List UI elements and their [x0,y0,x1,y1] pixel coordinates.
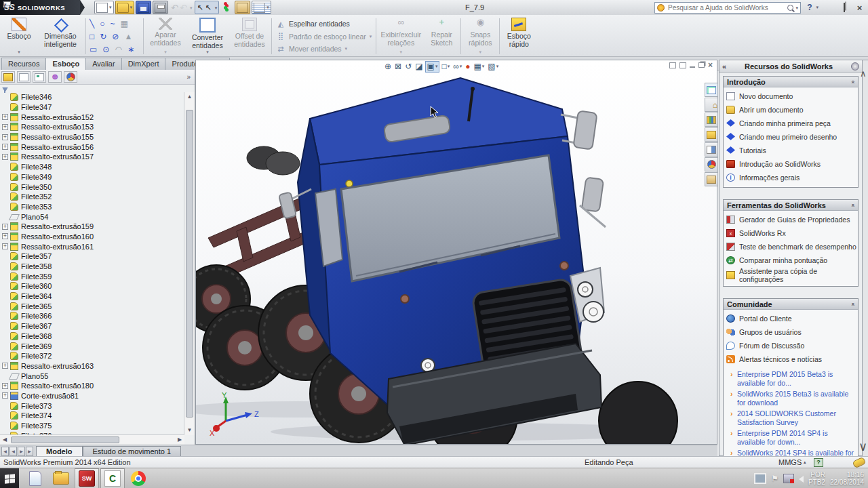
expand-toggle-icon[interactable]: + [2,392,8,399]
tree-item[interactable]: + Corte-extrusão81 [1,391,184,401]
move-entities-button[interactable]: ⇄Mover entidades▾ [276,43,372,54]
units-dropdown-icon[interactable]: ▴ [804,460,806,465]
tree-item[interactable]: + Filete352 [1,192,184,202]
task-pane-link[interactable]: Comparar minha pontuação [726,253,856,267]
task-pane-link[interactable]: Grupos de usuários [726,325,856,339]
tree-item[interactable]: + Filete369 [1,341,184,351]
expand-toggle-icon[interactable]: + [2,134,8,140]
task-pane-link[interactable]: Introdução ao SolidWorks [726,157,856,171]
view-tool-button[interactable]: ▧ [486,62,500,72]
sketch-entity-button[interactable]: ▭ [90,45,97,54]
quick-access-button[interactable] [195,1,219,14]
display-manager-tab[interactable] [64,71,77,83]
tree-item[interactable]: + Filete346 [1,92,184,102]
taskbar-explorer-button[interactable] [49,468,73,488]
display-tray-icon[interactable] [754,473,766,484]
tree-item[interactable]: + Filete360 [1,281,184,291]
quick-access-button[interactable] [252,1,271,14]
task-pane-link[interactable]: Assistente para cópia de configurações [726,267,856,283]
sketch-entity-button[interactable]: ▦ [121,19,128,28]
task-pane-tab[interactable] [705,83,718,97]
viewport-pane-icon[interactable] [669,62,676,68]
expand-toggle-icon[interactable]: + [2,154,8,160]
task-pane-tab[interactable] [705,142,718,157]
tree-item[interactable]: + Filete358 [1,262,184,272]
scroll-down-icon[interactable]: ∨ [859,439,867,454]
tree-item[interactable]: + Ressalto-extrusão152 [1,112,184,122]
tree-item[interactable]: + Filete348 [1,162,184,172]
sketch-entity-button[interactable]: ○ [100,19,104,28]
tree-item[interactable]: + Filete368 [1,331,184,342]
graphics-viewport[interactable]: ⊕⊠↺◪▣□∞●▦▧ × Y Z X [195,60,717,445]
model-motion-tab[interactable]: Modelo [36,446,83,457]
sketch-entity-button[interactable]: ~ [110,19,115,28]
command-tab[interactable]: DimXpert [121,58,166,70]
tree-item[interactable]: + Ressalto-extrusão157 [1,152,184,162]
scroll-up-icon[interactable]: ∧ [860,68,867,79]
pin-icon[interactable] [851,62,859,70]
task-pane-link[interactable]: Informações gerais [726,171,856,184]
help-search-box[interactable]: ▾ [654,2,801,14]
tree-item[interactable]: + Ressalto-extrusão180 [1,381,184,391]
sketch-entity-button[interactable]: ╲ [90,19,94,28]
mirror-entities-button[interactable]: ◭Espelhar entidades [276,18,372,29]
quick-access-button[interactable] [170,1,193,14]
expand-toggle-icon[interactable]: + [2,243,8,249]
tree-item[interactable]: + Filete359 [1,271,184,281]
expand-toggle-icon[interactable]: + [2,124,8,130]
viewport-close-icon[interactable]: × [708,62,713,68]
taskbar-camtasia-button[interactable]: C [100,468,125,488]
tree-item[interactable]: + Ressalto-extrusão159 [1,222,184,232]
convert-entities-button[interactable]: Converter entidades ▾ [186,16,229,56]
minimize-button[interactable] [823,3,834,12]
language-indicator[interactable]: POR PTB2 [808,471,825,486]
close-button[interactable]: × [854,3,865,12]
expand-toggle-icon[interactable]: + [2,144,8,150]
command-tab[interactable]: Esboço [45,58,86,70]
help-button[interactable]: ? [807,3,812,12]
quick-access-button[interactable] [94,1,114,14]
task-pane-link[interactable]: Criando meu primeiro desenho [726,130,856,144]
trim-entities-button[interactable]: Aparar entidades ▾ [145,16,186,56]
help-dropdown-icon[interactable]: ▾ [816,5,818,10]
offset-entities-button[interactable]: Offset de entidades [229,16,270,56]
task-pane-tab[interactable] [705,113,718,127]
collapse-chevron-icon[interactable]: « [849,203,856,207]
scroll-down-icon[interactable]: ▼ [184,426,195,435]
search-icon[interactable] [787,5,793,11]
tree-item[interactable]: + Ressalto-extrusão156 [1,142,184,152]
expand-toggle-icon[interactable]: + [2,114,8,120]
search-input[interactable] [667,3,785,12]
restore-button[interactable] [838,3,850,12]
tree-item[interactable]: + Filete364 [1,291,184,302]
panel-overflow-button[interactable]: » [186,73,193,81]
command-tab[interactable]: Avaliar [85,58,121,70]
task-pane-tab[interactable]: ⌂ [705,98,718,112]
tree-item[interactable]: + Filete347 [1,102,184,113]
feature-tree-tab[interactable] [1,71,15,83]
section-header[interactable]: Comunidade « [724,299,858,310]
sketch-entity-button[interactable]: ∗ [127,45,134,54]
action-center-icon[interactable]: ⚑ [771,474,778,483]
tree-item[interactable]: + Filete349 [1,172,184,182]
quick-tips-icon[interactable]: ? [814,458,823,467]
scroll-right-icon[interactable]: ▶ [175,435,184,445]
task-pane-link[interactable]: Abrir um documento [726,103,856,117]
task-pane-link[interactable]: Fórum de Discussão [726,339,856,352]
view-tool-button[interactable]: ▣ [425,61,440,73]
scrollbar-thumb[interactable] [11,436,119,443]
tree-item[interactable]: + Ressalto-extrusão160 [1,232,184,242]
news-link[interactable]: Enterprise PDM 2015 Beta3 is available f… [730,369,855,388]
viewport-restore-icon[interactable] [698,62,705,68]
view-tool-button[interactable]: ∞ [452,62,463,72]
smart-dimension-button[interactable]: Dimensão inteligente [37,16,84,56]
dropdown-icon[interactable]: ▾ [18,49,20,55]
tree-item[interactable]: + Filete374 [1,411,184,421]
tree-item[interactable]: + Filete365 [1,301,184,311]
task-pane-tab[interactable] [705,127,718,142]
section-header[interactable]: Ferramentas do SolidWorks « [724,200,858,211]
tree-item[interactable]: + Ressalto-extrusão163 [1,361,184,371]
rapid-sketch-button[interactable]: Esboço rápido [501,16,536,56]
news-link[interactable]: SolidWorks 2015 Beta3 is available for d… [730,388,855,408]
volume-icon[interactable] [799,476,804,483]
